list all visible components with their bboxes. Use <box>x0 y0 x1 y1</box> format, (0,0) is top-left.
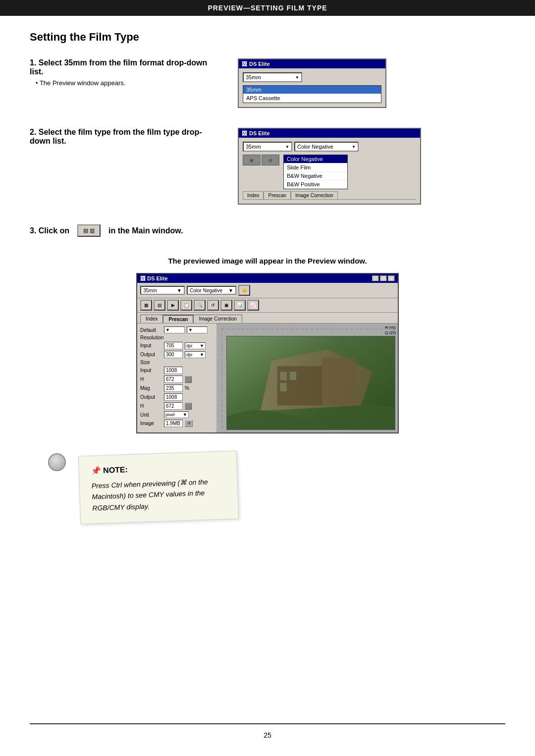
settings-output2-field[interactable]: 1008 <box>164 393 183 401</box>
filmtype-bw-negative[interactable]: B&W Negative <box>284 172 347 180</box>
iconbar-btn-4[interactable]: 📋 <box>180 300 192 311</box>
step-2-tab-image-correction[interactable]: Image Correction <box>291 191 338 199</box>
note-icon: 📌 <box>91 466 103 475</box>
filmtype-slide-film[interactable]: Slide Film <box>284 163 347 172</box>
iconbar-btn-6[interactable]: ↺ <box>207 300 219 311</box>
header-bar: PREVIEW—SETTING FILM TYPE <box>0 0 535 16</box>
settings-size-label: Size <box>140 360 162 365</box>
step-1-win-title: DS Elite <box>249 61 270 67</box>
settings-mag-unit: % <box>185 385 189 391</box>
iconbar-btn-5[interactable]: 🔍 <box>194 300 206 311</box>
settings-dpi-dropdown[interactable]: dpi ▼ <box>185 342 206 349</box>
step-1-win-box: 🖼 DS Elite 35mm ▼ 35mm <box>238 58 386 108</box>
settings-h2-label: H <box>140 403 162 409</box>
filmtype-color-negative[interactable]: Color Negative <box>284 155 347 163</box>
settings-output-dpi-dropdown[interactable]: dpi ▼ <box>185 351 206 358</box>
preview-window: 🖼 DS Elite - □ × 35mm ▼ Color Negative ▼ <box>136 273 399 433</box>
preview-tab-image-correction[interactable]: Image Correction <box>193 315 242 323</box>
settings-image-value: 1.9MB <box>164 420 183 427</box>
preview-tab-index[interactable]: Index <box>140 315 163 323</box>
step-3-number: 3. <box>30 226 39 235</box>
settings-h2-row: H 672 <box>140 402 214 410</box>
step-2-tab-prescan[interactable]: Prescan <box>264 191 291 199</box>
step-1-number: 1. <box>30 58 39 67</box>
minimize-button[interactable]: - <box>372 275 379 281</box>
iconbar-btn-3[interactable]: ▶ <box>167 300 179 311</box>
settings-mag-label: Mag <box>140 385 162 391</box>
svg-rect-5 <box>290 372 297 380</box>
film-icon-1: ▦ <box>243 155 261 165</box>
toolbar-dd1-value: 35mm <box>143 288 157 293</box>
filmtype-bw-positive[interactable]: B&W Positive <box>284 180 347 189</box>
preview-tab-prescan[interactable]: Prescan <box>163 315 193 323</box>
step-2-win-title: DS Elite <box>249 130 270 136</box>
preview-titlebar-buttons: - □ × <box>372 275 395 281</box>
step-2-win-icon: 🖼 <box>242 130 247 136</box>
settings-size-input-label: Input <box>140 368 162 373</box>
maximize-button[interactable]: □ <box>380 275 387 281</box>
settings-resolution-row: Resolution <box>140 335 214 340</box>
dropdown-arrow-2b: ▼ <box>352 145 356 149</box>
svg-rect-6 <box>280 383 287 391</box>
preview-toolbar-dropdown2[interactable]: Color Negative ▼ <box>187 286 236 295</box>
preview-svg <box>227 336 395 430</box>
step-3-text-after: in the Main window. <box>108 226 183 235</box>
step-2-win-box: 🖼 DS Elite 35mm ▼ Color Negative ▼ <box>238 128 421 205</box>
settings-resolution-label: Resolution <box>140 335 163 340</box>
reset-icon[interactable]: ↺ <box>185 420 193 427</box>
preview-tabs: Index Prescan Image Correction <box>137 313 398 323</box>
settings-size-label-row: Size <box>140 360 214 365</box>
step-2-top-row: 35mm ▼ Color Negative ▼ <box>243 142 416 152</box>
lock-icon[interactable] <box>185 376 192 383</box>
iconbar-btn-8[interactable]: 📊 <box>234 300 246 311</box>
step-2-tab-index[interactable]: Index <box>243 191 264 199</box>
step-2-body: 35mm ▼ Color Negative ▼ ▦ ▤ <box>239 138 420 204</box>
preview-win-container: 🖼 DS Elite - □ × 35mm ▼ Color Negative ▼ <box>30 273 505 433</box>
step-2-right-dropdown-value: Color Negative <box>297 144 333 150</box>
preview-image-area: R:0/0 G:0/0 B:0/0 <box>216 324 398 432</box>
settings-output-field[interactable]: 300 <box>164 351 183 358</box>
step-1-win-body: 35mm ▼ 35mm APS Cassette <box>239 68 385 107</box>
step-1-dropdown-row: 35mm ▼ <box>243 72 381 82</box>
step-2-heading-text: Select the film type from the film type … <box>30 128 202 145</box>
preview-main-area: Default ▼ ▼ Resolution Input <box>137 323 398 432</box>
settings-h-label: H <box>140 377 162 382</box>
note-text: Press Ctrl when previewing (⌘ on the Mac… <box>91 476 226 514</box>
settings-size-input-field[interactable]: 1008 <box>164 367 183 374</box>
step-2-heading: 2. Select the film type from the film ty… <box>30 128 218 146</box>
step-1-option-aps[interactable]: APS Cassette <box>243 94 381 103</box>
step-1-option-35mm[interactable]: 35mm <box>243 86 381 94</box>
toolbar-btn-crown[interactable]: 👑 <box>238 285 250 296</box>
settings-input-field[interactable]: 705 <box>164 342 183 349</box>
iconbar-btn-2[interactable]: ▤ <box>154 300 165 311</box>
settings-output-dpi-unit: dpi <box>186 352 192 357</box>
settings-input-label: Input <box>140 343 162 348</box>
iconbar-btn-1[interactable]: ▦ <box>140 300 152 311</box>
step-2-filmtype-list: Color Negative Slide Film B&W Negative B… <box>283 155 348 189</box>
note-pin <box>45 453 69 483</box>
step-2-right-dropdown[interactable]: Color Negative ▼ <box>294 142 359 152</box>
preview-toolbar-dropdown1[interactable]: 35mm ▼ <box>140 286 185 295</box>
settings-default-dropdown[interactable]: ▼ <box>164 326 185 333</box>
settings-mag-field[interactable]: 235 <box>164 384 183 392</box>
lock-icon-2[interactable] <box>185 403 192 410</box>
settings-default-dropdown2[interactable]: ▼ <box>187 326 208 333</box>
settings-h2-field[interactable]: 672 <box>164 402 183 410</box>
toolbar-dd2-value: Color Negative <box>190 288 222 293</box>
settings-output2-row: Output 1008 <box>140 393 214 401</box>
prescan-button[interactable]: ▤ ▥ <box>77 224 101 237</box>
step-1-dropdown[interactable]: 35mm ▼ <box>243 72 302 82</box>
step-2-left-dropdown[interactable]: 35mm ▼ <box>243 142 292 152</box>
settings-mag-row: Mag 235 % <box>140 384 214 392</box>
iconbar-btn-7[interactable]: ▣ <box>220 300 232 311</box>
iconbar-btn-9[interactable]: 📈 <box>247 300 259 311</box>
settings-unit-dropdown[interactable]: pixel ▼ <box>164 411 189 418</box>
settings-output2-label: Output <box>140 394 162 400</box>
section-title: Setting the Film Type <box>30 31 505 44</box>
step-1-bullet: • The Preview window appears. <box>36 79 218 87</box>
page-footer: 25 <box>30 723 505 746</box>
close-button[interactable]: × <box>388 275 395 281</box>
step-2-film-icons: ▦ ▤ <box>243 155 279 165</box>
settings-h-field[interactable]: 672 <box>164 376 183 383</box>
note-title: 📌 NOTE: <box>91 461 224 475</box>
